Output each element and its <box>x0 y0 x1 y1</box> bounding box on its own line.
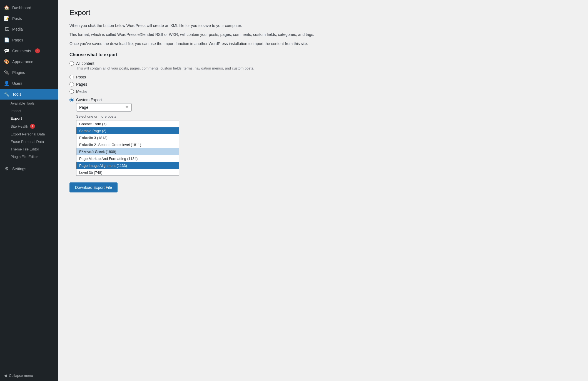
list-item[interactable]: Page Markup And Formatting (1134) <box>76 155 179 162</box>
sidebar-item-plugins[interactable]: 🔌 Plugins <box>0 67 58 78</box>
sidebar-item-users[interactable]: 👤 Users <box>0 78 58 89</box>
custom-export-radio[interactable] <box>69 98 74 102</box>
collapse-menu-label: Collapse menu <box>9 373 33 378</box>
all-content-radio[interactable] <box>69 61 74 66</box>
list-item[interactable]: Επίπεδο 3 (1813) <box>76 134 179 141</box>
export-label: Export <box>11 116 22 120</box>
list-item[interactable]: Contact Form (7) <box>76 120 179 127</box>
sidebar: 🏠 Dashboard 📝 Posts 🖼 Media 📄 Pages 💬 Co… <box>0 0 58 381</box>
plugins-icon: 🔌 <box>4 70 9 75</box>
comments-badge: 3 <box>35 48 40 53</box>
import-label: Import <box>11 109 21 113</box>
posts-listbox[interactable]: Contact Form (7) Sample Page (2) Επίπεδο… <box>76 120 179 176</box>
list-item[interactable]: Επίπεδο 2 -Second Greek level (1811) <box>76 141 179 148</box>
posts-option-label: Posts <box>76 75 86 79</box>
site-health-badge: 1 <box>30 124 35 129</box>
page-title: Export <box>69 8 577 17</box>
comments-icon: 💬 <box>4 48 9 53</box>
pages-radio-label[interactable]: Pages <box>69 82 577 86</box>
sidebar-item-label: Appearance <box>12 60 33 64</box>
export-personal-data-label: Export Personal Data <box>11 132 45 136</box>
tools-icon: 🔧 <box>4 91 9 97</box>
custom-export-label: Custom Export <box>76 98 102 102</box>
submenu-plugin-file-editor[interactable]: Plugin File Editor <box>0 153 58 160</box>
submenu-erase-personal-data[interactable]: Erase Personal Data <box>0 138 58 145</box>
dashboard-icon: 🏠 <box>4 5 9 10</box>
available-tools-label: Available Tools <box>11 101 34 105</box>
sidebar-item-appearance[interactable]: 🎨 Appearance <box>0 56 58 67</box>
list-item[interactable]: Ελληνικά-Greek (1809) <box>76 148 179 155</box>
posts-radio[interactable] <box>69 75 74 79</box>
plugin-file-editor-label: Plugin File Editor <box>11 155 38 159</box>
submenu-site-health[interactable]: Site Health 1 <box>0 122 58 130</box>
sidebar-item-label: Tools <box>12 92 21 97</box>
sidebar-item-pages[interactable]: 📄 Pages <box>0 34 58 45</box>
media-option-label: Media <box>76 89 87 94</box>
submenu-export[interactable]: Export <box>0 115 58 122</box>
sidebar-item-label: Users <box>12 81 23 86</box>
sidebar-item-label: Settings <box>12 167 26 171</box>
custom-export-type-select[interactable]: Page Post Media Custom Post <box>76 103 132 112</box>
media-radio-label[interactable]: Media <box>69 89 577 94</box>
description-line-3: Once you've saved the download file, you… <box>69 41 320 47</box>
submenu-export-personal-data[interactable]: Export Personal Data <box>0 130 58 138</box>
users-icon: 👤 <box>4 81 9 86</box>
select-posts-label: Select one or more posts <box>76 114 577 118</box>
sidebar-item-label: Media <box>12 27 23 31</box>
description-line-1: When you click the button below WordPres… <box>69 23 320 29</box>
appearance-icon: 🎨 <box>4 59 9 64</box>
pages-radio[interactable] <box>69 82 74 86</box>
collapse-menu[interactable]: ◀ Collapse menu <box>0 370 58 381</box>
pages-icon: 📄 <box>4 37 9 43</box>
sidebar-item-posts[interactable]: 📝 Posts <box>0 13 58 24</box>
sidebar-item-media[interactable]: 🖼 Media <box>0 24 58 34</box>
export-options: All content This will contain all of you… <box>69 61 577 176</box>
all-content-radio-label[interactable]: All content <box>69 61 577 66</box>
sidebar-item-tools[interactable]: 🔧 Tools <box>0 89 58 100</box>
export-option-all-content: All content This will contain all of you… <box>69 61 577 72</box>
settings-icon: ⚙ <box>4 166 9 171</box>
list-item[interactable]: Level 3b (748) <box>76 169 179 176</box>
theme-file-editor-label: Theme File Editor <box>11 147 39 151</box>
all-content-label: All content <box>76 61 94 66</box>
collapse-arrow-icon: ◀ <box>4 373 7 378</box>
custom-export-section: Custom Export Page Post Media Custom Pos… <box>69 98 577 176</box>
posts-radio-label[interactable]: Posts <box>69 75 577 79</box>
posts-icon: 📝 <box>4 16 9 21</box>
download-export-button[interactable]: Download Export File <box>69 182 118 192</box>
sidebar-item-label: Dashboard <box>12 6 31 10</box>
sidebar-item-label: Pages <box>12 38 23 42</box>
media-icon: 🖼 <box>4 27 9 32</box>
pages-option-label: Pages <box>76 82 87 86</box>
all-content-description: This will contain all of your posts, pag… <box>76 66 577 70</box>
sidebar-item-dashboard[interactable]: 🏠 Dashboard <box>0 2 58 13</box>
submenu-theme-file-editor[interactable]: Theme File Editor <box>0 145 58 153</box>
submenu-available-tools[interactable]: Available Tools <box>0 100 58 107</box>
custom-export-radio-label[interactable]: Custom Export <box>69 98 577 102</box>
choose-export-title: Choose what to export <box>69 52 577 57</box>
list-item[interactable]: Sample Page (2) <box>76 127 179 134</box>
submenu-import[interactable]: Import <box>0 107 58 115</box>
sidebar-item-label: Plugins <box>12 70 25 75</box>
sidebar-item-settings[interactable]: ⚙ Settings <box>0 163 58 174</box>
main-content: Export When you click the button below W… <box>58 0 588 381</box>
media-radio[interactable] <box>69 89 74 94</box>
sidebar-item-label: Posts <box>12 16 22 21</box>
description-line-2: This format, which is called WordPress e… <box>69 31 320 38</box>
site-health-label: Site Health <box>11 124 28 128</box>
erase-personal-data-label: Erase Personal Data <box>11 140 44 144</box>
list-item[interactable]: Page Image Alignment (1133) <box>76 162 179 169</box>
sidebar-item-comments[interactable]: 💬 Comments 3 <box>0 45 58 56</box>
sidebar-item-label: Comments <box>12 49 31 53</box>
